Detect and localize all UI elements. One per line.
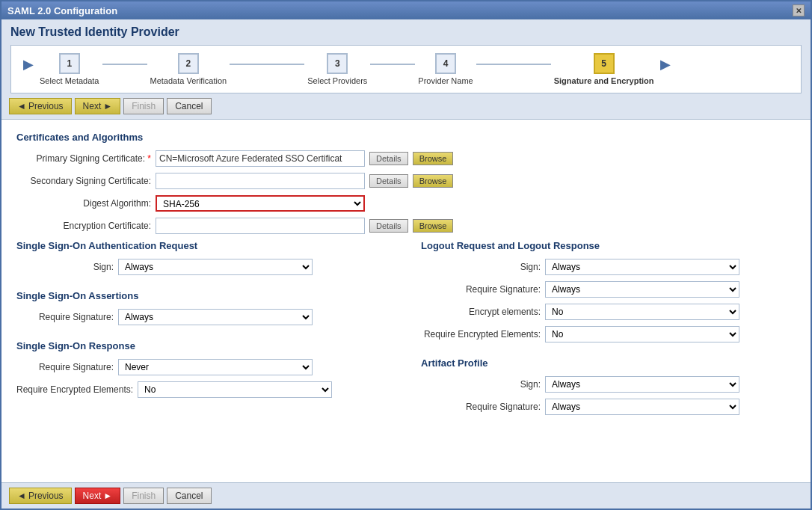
encryption-cert-label: Encryption Certificate:: [16, 221, 151, 231]
secondary-signing-label: Secondary Signing Certificate:: [16, 176, 151, 186]
logout-title: Logout Request and Logout Response: [421, 240, 796, 251]
sso-assertions-req-sig-select[interactable]: Always Never Optional: [118, 309, 313, 325]
close-button[interactable]: ✕: [793, 4, 805, 16]
wizard-steps: ▶ 1 Select Metadata 2 Metadata Verificat…: [10, 45, 802, 93]
cancel-button-top[interactable]: Cancel: [167, 98, 211, 114]
artifact-title: Artifact Profile: [421, 357, 796, 369]
logout-req-enc-row: Require Encrypted Elements: No Yes: [421, 326, 796, 342]
step-connector-1: [102, 64, 147, 65]
step-3: 3 Select Providers: [307, 53, 367, 85]
next-button-top[interactable]: Next ►: [75, 98, 121, 114]
step-connector-3: [370, 64, 415, 65]
sso-response-req-sig-select[interactable]: Never Always Optional: [118, 359, 313, 375]
secondary-signing-input[interactable]: [156, 173, 365, 189]
digest-algorithm-label: Digest Algorithm:: [16, 198, 151, 209]
title-bar: SAML 2.0 Configuration ✕: [1, 1, 811, 19]
logout-sign-label: Sign:: [421, 262, 541, 272]
logout-req-sig-row: Require Signature: Always Never Optional: [421, 281, 796, 298]
next-button-bottom[interactable]: Next ►: [75, 488, 121, 504]
encryption-browse-button[interactable]: Browse: [413, 219, 454, 233]
secondary-signing-row: Secondary Signing Certificate: Details B…: [16, 173, 796, 189]
next-arrow-bottom-icon: ►: [103, 491, 112, 501]
step-4-number: 4: [435, 53, 456, 74]
step-2-number: 2: [178, 53, 199, 74]
step-2: 2 Metadata Verification: [150, 53, 227, 85]
prev-arrow-bottom-icon: ◄: [17, 491, 26, 501]
digest-algorithm-select[interactable]: SHA-256 SHA-1 SHA-512: [156, 195, 365, 212]
window-title: SAML 2.0 Configuration: [7, 5, 117, 16]
page-header: New Trusted Identity Provider ▶ 1 Select…: [1, 19, 811, 93]
step-5-label: Signature and Encryption: [554, 76, 654, 85]
logout-enc-elem-select[interactable]: No Yes: [545, 304, 739, 320]
main-window: SAML 2.0 Configuration ✕ New Trusted Ide…: [0, 0, 812, 510]
sso-assertions-req-sig-row: Require Signature: Always Never Optional: [16, 309, 391, 325]
column-right: Logout Request and Logout Response Sign:…: [421, 240, 796, 421]
step-4-label: Provider Name: [418, 76, 473, 85]
certificates-title: Certificates and Algorithms: [16, 132, 796, 143]
finish-button-top[interactable]: Finish: [123, 98, 164, 114]
encryption-cert-input[interactable]: [156, 218, 365, 234]
sso-auth-sign-row: Sign: Always Never Optional: [16, 259, 391, 275]
sso-assertions-title: Single Sign-On Assertions: [16, 290, 391, 301]
artifact-sign-select[interactable]: Always Never Optional: [545, 376, 739, 393]
logout-req-enc-select[interactable]: No Yes: [545, 326, 739, 342]
logout-req-enc-label: Require Encrypted Elements:: [421, 329, 541, 340]
step-connector-4: [476, 64, 551, 65]
step-1-label: Select Metadata: [40, 76, 99, 85]
step-5-number: 5: [594, 53, 615, 74]
logout-sign-select[interactable]: Always Never Optional: [545, 259, 739, 275]
next-arrow-icon: ►: [103, 101, 112, 111]
logout-req-sig-label: Require Signature:: [421, 284, 541, 295]
previous-button-bottom[interactable]: ◄ Previous: [9, 488, 72, 504]
prev-arrow-icon: ◄: [17, 101, 26, 111]
artifact-sign-label: Sign:: [421, 379, 541, 390]
page-title: New Trusted Identity Provider: [10, 25, 802, 39]
step-1-number: 1: [59, 53, 80, 74]
previous-button-top[interactable]: ◄ Previous: [9, 98, 72, 114]
artifact-req-sig-label: Require Signature:: [421, 402, 541, 412]
step-4: 4 Provider Name: [418, 53, 473, 85]
sso-auth-section: Single Sign-On Authentication Request Si…: [16, 240, 391, 275]
sso-response-title: Single Sign-On Response: [16, 340, 391, 351]
artifact-sign-row: Sign: Always Never Optional: [421, 376, 796, 393]
encryption-cert-row: Encryption Certificate: Details Browse: [16, 218, 796, 234]
logout-sign-row: Sign: Always Never Optional: [421, 259, 796, 275]
step-5: 5 Signature and Encryption: [554, 53, 654, 85]
content-scroll: Certificates and Algorithms Primary Sign…: [1, 120, 811, 482]
sso-response-req-enc-row: Require Encrypted Elements: No Yes: [16, 381, 391, 398]
certificates-section: Certificates and Algorithms Primary Sign…: [16, 132, 796, 234]
artifact-req-sig-row: Require Signature: Always Never Optional: [421, 399, 796, 415]
step-1: 1 Select Metadata: [40, 53, 99, 85]
artifact-req-sig-select[interactable]: Always Never Optional: [545, 399, 739, 415]
step-connector-2: [230, 64, 304, 65]
primary-signing-row: Primary Signing Certificate: * Details B…: [16, 150, 796, 167]
main-content: New Trusted Identity Provider ▶ 1 Select…: [1, 19, 811, 509]
column-left: Single Sign-On Authentication Request Si…: [16, 240, 391, 421]
step-2-label: Metadata Verification: [150, 76, 227, 85]
secondary-details-button[interactable]: Details: [369, 174, 408, 188]
step-3-number: 3: [327, 53, 348, 74]
wizard-end-arrow: ▶: [660, 56, 671, 73]
wizard-start-arrow: ▶: [23, 56, 34, 73]
logout-req-sig-select[interactable]: Always Never Optional: [545, 281, 739, 298]
primary-details-button[interactable]: Details: [369, 152, 408, 165]
sso-assertions-section: Single Sign-On Assertions Require Signat…: [16, 290, 391, 325]
sso-response-req-enc-select[interactable]: No Yes: [138, 381, 332, 398]
sso-response-req-sig-label: Require Signature:: [16, 362, 114, 372]
sso-auth-sign-label: Sign:: [16, 262, 114, 272]
secondary-browse-button[interactable]: Browse: [413, 174, 454, 188]
cancel-button-bottom[interactable]: Cancel: [167, 488, 211, 504]
logout-section: Logout Request and Logout Response Sign:…: [421, 240, 796, 342]
sso-assertions-req-sig-label: Require Signature:: [16, 312, 114, 322]
toolbar-top: ◄ Previous Next ► Finish Cancel: [1, 93, 811, 120]
primary-browse-button[interactable]: Browse: [413, 152, 454, 165]
step-3-label: Select Providers: [307, 76, 367, 85]
sso-auth-sign-select[interactable]: Always Never Optional: [118, 259, 313, 275]
sso-response-section: Single Sign-On Response Require Signatur…: [16, 340, 391, 398]
inner-content: Certificates and Algorithms Primary Sign…: [1, 120, 811, 433]
toolbar-bottom: ◄ Previous Next ► Finish Cancel: [1, 482, 811, 509]
finish-button-bottom[interactable]: Finish: [123, 488, 164, 504]
primary-signing-input[interactable]: [156, 150, 365, 167]
logout-enc-elem-row: Encrypt elements: No Yes: [421, 304, 796, 320]
encryption-details-button[interactable]: Details: [369, 219, 408, 233]
